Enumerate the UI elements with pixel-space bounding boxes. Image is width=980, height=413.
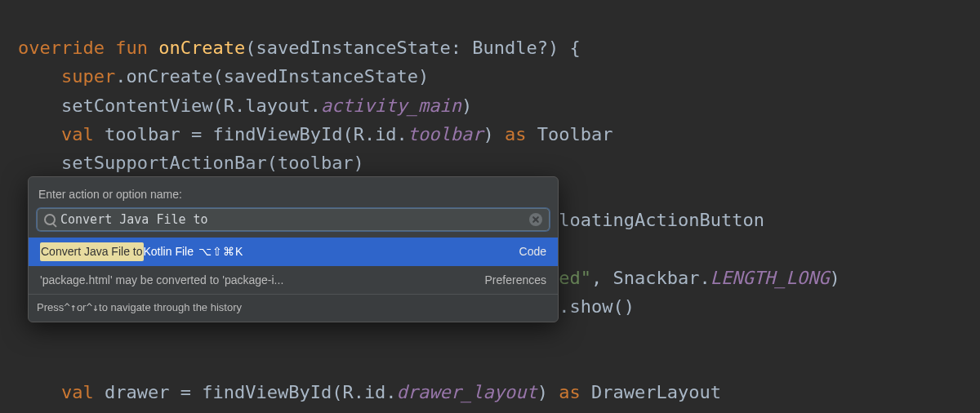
keyword-override: override [18, 38, 105, 58]
field-drawer_layout: drawer_layout [397, 382, 537, 402]
keyword-as: as [559, 382, 581, 402]
brace-open: ) { [548, 38, 581, 58]
result-text: Kotlin File [144, 242, 194, 260]
call-onCreate: .onCreate(savedInstanceState) [115, 66, 429, 87]
result-highlight: Convert Java File to [40, 242, 144, 260]
var-toolbar: toolbar = [94, 124, 213, 144]
search-input-container[interactable] [37, 208, 550, 231]
result-text: 'package.html' may be converted to 'pack… [40, 271, 283, 289]
var-drawer: drawer = [94, 382, 202, 402]
popup-footer: Press ^↑ or ^↓ to navigate through the h… [29, 294, 558, 322]
find-action-popup: Enter action or option name: Convert Jav… [28, 176, 559, 322]
result-item-package-html[interactable]: 'package.html' may be converted to 'pack… [29, 266, 558, 294]
type-Bundle: Bundle? [472, 38, 548, 58]
shortcut-ctrl-up: ^↑ [64, 300, 77, 317]
type-FloatingActionButton: FloatingActionButton [537, 210, 764, 230]
result-category: Preferences [485, 271, 546, 289]
clear-icon[interactable] [529, 213, 542, 226]
keyword-val: val [61, 124, 94, 144]
type-DrawerLayout: DrawerLayout [581, 382, 721, 402]
footer-text-post: to navigate through the history [99, 300, 242, 317]
field-LENGTH_LONG: LENGTH_LONG [710, 268, 830, 288]
args: (toolbar) [267, 153, 364, 173]
keyword-super: super [61, 66, 115, 87]
call-setContentView: setContentView [61, 95, 212, 116]
shortcut-text: ⌥⇧⌘K [198, 242, 243, 260]
paren-close: ) [537, 382, 559, 402]
call-setSupportActionBar: setSupportActionBar [61, 153, 267, 173]
field-toolbar: toolbar [408, 124, 483, 144]
search-input[interactable] [60, 212, 529, 227]
function-onCreate: onCreate [158, 38, 245, 58]
keyword-val: val [61, 382, 94, 402]
result-item-convert-java[interactable]: Convert Java File to Kotlin File ⌥⇧⌘K Co… [29, 238, 558, 265]
footer-text-mid: or [77, 300, 87, 317]
keyword-fun: fun [115, 38, 148, 58]
call-show: ).show() [548, 296, 635, 317]
shortcut-ctrl-down: ^↓ [86, 300, 99, 317]
snackbar: , Snackbar. [591, 268, 710, 288]
result-category: Code [519, 242, 546, 260]
args: (R.id. [332, 382, 396, 402]
paren-close: ) [829, 268, 840, 288]
call-findViewById: findViewById [212, 124, 342, 144]
params: (savedInstanceState: [245, 38, 472, 58]
popup-title: Enter action or option name: [29, 177, 558, 208]
call-findViewById: findViewById [202, 382, 332, 402]
args: (R.id. [342, 124, 407, 144]
footer-text-pre: Press [37, 300, 64, 317]
args: (R.layout. [212, 95, 320, 116]
type-Toolbar: Toolbar [527, 124, 613, 144]
search-icon [44, 214, 56, 225]
field-activity_main: activity_main [321, 95, 461, 116]
keyword-as: as [505, 124, 527, 144]
search-row [37, 208, 550, 231]
paren-close: ) [461, 95, 472, 116]
result-list: Convert Java File to Kotlin File ⌥⇧⌘K Co… [29, 238, 558, 294]
paren-close: ) [483, 124, 506, 144]
